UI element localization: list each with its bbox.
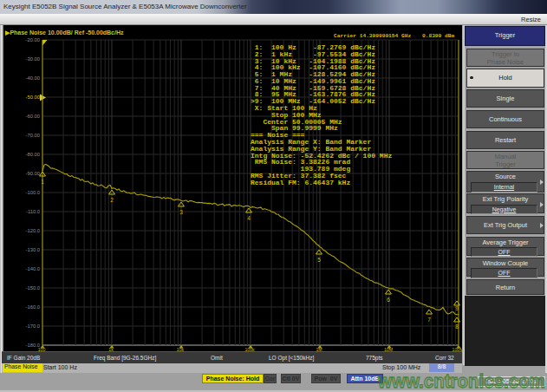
svg-text:-80.00: -80.00 [26, 152, 40, 157]
svg-text:3: 3 [179, 209, 183, 215]
svg-text:-50.00: -50.00 [26, 95, 40, 100]
svg-text:-90.00: -90.00 [26, 171, 40, 176]
svg-text:5: 5 [317, 257, 321, 263]
svg-text:-170.0: -170.0 [26, 323, 40, 329]
svg-text:4: 4 [247, 215, 251, 221]
svg-text:-20.00: -20.00 [26, 37, 40, 42]
svg-text:-60.00: -60.00 [26, 114, 40, 119]
svg-text:-160.0: -160.0 [26, 304, 40, 310]
svg-text:-150.0: -150.0 [26, 285, 40, 291]
svg-text:-100.0: -100.0 [26, 190, 40, 195]
svg-text:7: 7 [427, 317, 431, 323]
svg-text:6: 6 [387, 297, 390, 303]
svg-text:-140.0: -140.0 [26, 266, 40, 271]
svg-text:-110.0: -110.0 [26, 209, 40, 214]
svg-text:-130.0: -130.0 [26, 247, 40, 252]
svg-text:-70.00: -70.00 [26, 133, 40, 138]
svg-text:8: 8 [455, 323, 459, 330]
svg-text:2: 2 [110, 197, 114, 203]
svg-text:1: 1 [41, 179, 44, 185]
svg-text:-40.00: -40.00 [26, 75, 40, 81]
svg-text:9: 9 [455, 305, 459, 311]
svg-text:-120.0: -120.0 [26, 228, 40, 233]
svg-text:-30.00: -30.00 [26, 56, 40, 62]
